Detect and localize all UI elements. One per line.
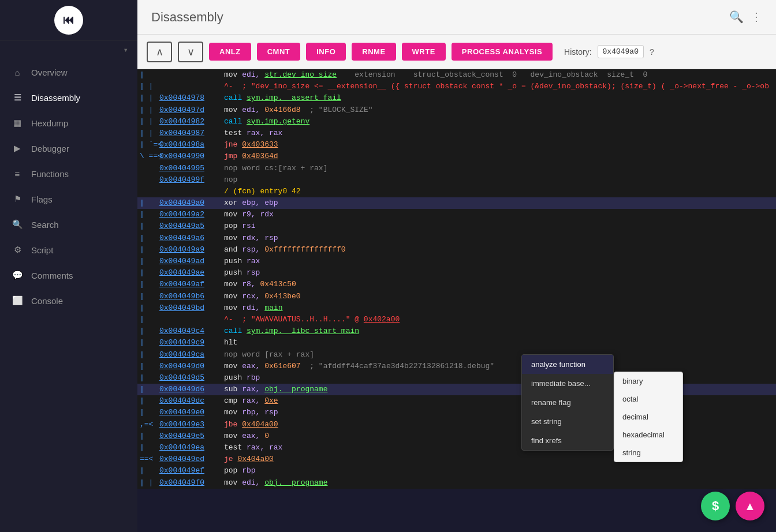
sidebar-label-hexdump: Hexdump [31, 118, 68, 128]
flag-icon: ⚑ [12, 193, 23, 205]
table-row: | 0x004049ef pop rbp [137, 465, 776, 477]
sidebar-label-functions: Functions [31, 169, 69, 179]
table-row: | 0x004049ae push rsp [137, 267, 776, 279]
table-row: / (fcn) entry0 42 [137, 186, 776, 197]
disassembly-wrapper: | mov edi, str.dev_ino_size extension st… [137, 69, 776, 532]
submenu-octal[interactable]: octal [614, 390, 682, 408]
functions-icon: ≡ [12, 168, 23, 179]
bottom-buttons: $ ▲ [701, 492, 764, 520]
table-row: | `=< 0x0040498a jne 0x403633 [137, 139, 776, 151]
sidebar-collapse[interactable]: ▾ [0, 40, 137, 59]
submenu: binary octal decimal hexadecimal string [614, 372, 683, 462]
submenu-binary[interactable]: binary [614, 372, 682, 390]
table-row: | 0x004049a9 and rsp, 0xfffffffffffffff0 [137, 244, 776, 256]
toolbar: ∧ ∨ ANLZ CMNT INFO RNME WRTE PROCESS ANA… [137, 35, 776, 69]
comments-icon: 💬 [12, 269, 23, 281]
submenu-decimal[interactable]: decimal [614, 408, 682, 426]
submenu-string[interactable]: string [614, 444, 682, 462]
sidebar-item-search[interactable]: 🔍 Search [0, 212, 137, 237]
context-menu: analyze function immediate base... renam… [521, 354, 614, 451]
grid-icon: ▦ [12, 117, 23, 129]
play-icon: ▶ [12, 143, 23, 154]
table-row: | mov edi, str.dev_ino_size extension st… [137, 69, 776, 81]
console-icon: ⬜ [12, 295, 23, 306]
list-icon: ☰ [12, 92, 23, 103]
table-row: | 0x004049b6 mov rcx, 0x413be0 [137, 291, 776, 302]
nav-down-button[interactable]: ∨ [178, 42, 203, 62]
table-row: | | 0x004049f0 mov edi, obj.__progname [137, 477, 776, 489]
sidebar-label-console: Console [31, 296, 63, 306]
history-label: History: [564, 47, 591, 57]
search-icon: 🔍 [12, 219, 23, 230]
table-row: | 0x004049af mov r8, 0x413c50 [137, 279, 776, 290]
ctx-rename-flag[interactable]: rename flag [522, 393, 613, 412]
info-button[interactable]: INFO [306, 43, 346, 61]
sidebar-item-disassembly[interactable]: ☰ Disassembly [0, 85, 137, 110]
sidebar-logo: ⏮ [0, 0, 137, 40]
table-row: | | 0x0040497d mov edi, 0x4166d8 ; "BLOC… [137, 104, 776, 116]
table-row: | | 0x00404978 call sym.imp.__assert_fai… [137, 92, 776, 104]
sidebar-label-debugger: Debugger [31, 144, 69, 153]
table-row: | | ^- ; "dev_ino_size <= __extension__ … [137, 81, 776, 92]
table-row: | 0x004049ca nop word [rax + rax] [137, 349, 776, 361]
ctx-set-string[interactable]: set string [522, 412, 613, 431]
anlz-button[interactable]: ANLZ [209, 43, 251, 61]
table-row: | 0x004049d0 mov eax, 0x61e607 ; "afddff… [137, 361, 776, 372]
scroll-up-button[interactable]: ▲ [736, 492, 764, 520]
ctx-immediate-base[interactable]: immediate base... [522, 374, 613, 393]
wrte-button[interactable]: WRTE [402, 43, 446, 61]
table-row: 0x00404995 nop word cs:[rax + rax] [137, 163, 776, 174]
sidebar-item-console[interactable]: ⬜ Console [0, 288, 137, 313]
sidebar-label-flags: Flags [31, 194, 53, 204]
table-row: | | 0x00404987 test rax, rax [137, 128, 776, 139]
table-row: | 0x004049bd mov rdi, main [137, 302, 776, 314]
sidebar-label-overview: Overview [31, 68, 68, 77]
ctx-find-xrefs[interactable]: find xrefs [522, 431, 613, 450]
table-row: | 0x004049c9 hlt [137, 337, 776, 349]
sidebar-item-debugger[interactable]: ▶ Debugger [0, 136, 137, 161]
dollar-button[interactable]: $ [701, 492, 730, 520]
home-icon: ⌂ [12, 66, 23, 78]
table-row: 0x0040499f nop [137, 174, 776, 186]
table-row: | 0x004049a2 mov r9, rdx [137, 209, 776, 220]
sidebar-label-script: Script [31, 245, 53, 255]
history-value[interactable]: 0x4049a0 [598, 45, 644, 58]
sidebar-item-script[interactable]: ⚙ Script [0, 237, 137, 263]
page-title: Disassembly [151, 10, 223, 25]
cmnt-button[interactable]: CMNT [257, 43, 301, 61]
table-row: | | 0x00404982 call sym.imp.getenv [137, 116, 776, 128]
topbar: Disassembly 🔍 ⋮ [137, 0, 776, 35]
table-row: | 0x004049a5 pop rsi [137, 220, 776, 232]
sidebar-item-hexdump[interactable]: ▦ Hexdump [0, 110, 137, 136]
sidebar-item-flags[interactable]: ⚑ Flags [0, 186, 137, 212]
ctx-analyze-function[interactable]: analyze function [522, 355, 613, 374]
sidebar-item-functions[interactable]: ≡ Functions [0, 161, 137, 186]
sidebar-label-search: Search [31, 220, 59, 230]
sidebar: ⏮ ▾ ⌂ Overview ☰ Disassembly ▦ Hexdump ▶… [0, 0, 137, 532]
table-row: | ^- ; "AWAVAUATUS..H..H...." @ 0x402a00 [137, 314, 776, 325]
process-analysis-button[interactable]: PROCESS ANALYSIS [452, 43, 553, 61]
search-topbar-icon[interactable]: 🔍 [729, 10, 744, 24]
submenu-hexadecimal[interactable]: hexadecimal [614, 426, 682, 444]
topbar-icons: 🔍 ⋮ [729, 10, 762, 24]
sidebar-item-comments[interactable]: 💬 Comments [0, 263, 137, 288]
history-help: ? [650, 47, 654, 57]
table-row: | 0x004049a6 mov rdx, rsp [137, 233, 776, 244]
table-row: \ ==< 0x00404990 jmp 0x40364d [137, 151, 776, 162]
sidebar-item-overview[interactable]: ⌂ Overview [0, 59, 137, 85]
sidebar-label-comments: Comments [31, 271, 73, 280]
table-row: | 0x004049ad push rax [137, 256, 776, 267]
table-row: | 0x004049c4 call sym.imp.__libc_start_m… [137, 325, 776, 337]
nav-up-button[interactable]: ∧ [147, 42, 172, 62]
sidebar-label-disassembly: Disassembly [31, 93, 80, 103]
main-area: Disassembly 🔍 ⋮ ∧ ∨ ANLZ CMNT INFO RNME … [137, 0, 776, 532]
table-row: | 0x004049a0 xor ebp, ebp [137, 197, 776, 209]
script-icon: ⚙ [12, 244, 23, 256]
logo-icon: ⏮ [54, 6, 83, 35]
rnme-button[interactable]: RNME [352, 43, 396, 61]
more-icon[interactable]: ⋮ [751, 10, 762, 24]
